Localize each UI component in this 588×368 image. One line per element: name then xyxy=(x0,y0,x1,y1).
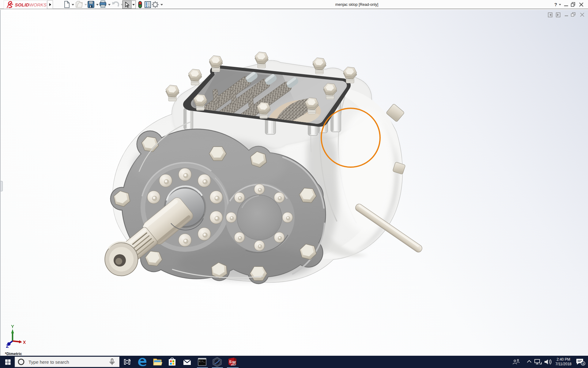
svg-text:C:\_: C:\_ xyxy=(199,360,205,363)
svg-text:2017: 2017 xyxy=(231,363,236,366)
svg-text:?: ? xyxy=(554,2,557,7)
svg-text:3: 3 xyxy=(582,362,584,365)
